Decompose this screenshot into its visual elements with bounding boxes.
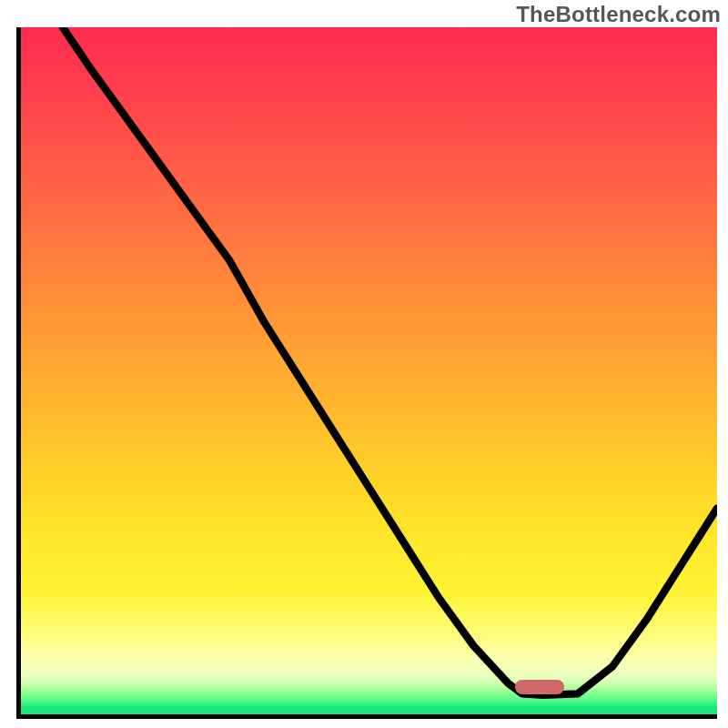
attribution-label: TheBottleneck.com [516,2,721,27]
curve-path [63,27,717,695]
plot-area [16,27,717,719]
optimal-range-marker [515,680,564,694]
bottleneck-curve [21,27,717,714]
chart-canvas: TheBottleneck.com [0,0,728,728]
